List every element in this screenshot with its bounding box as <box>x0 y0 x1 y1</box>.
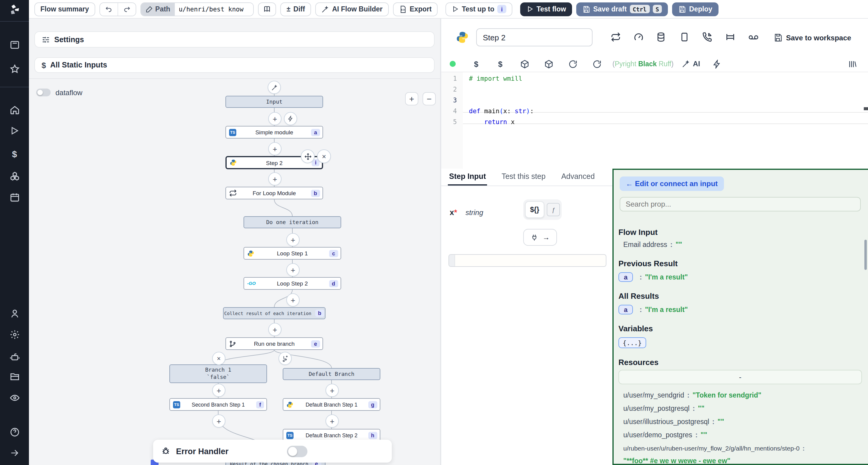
code-assistants-status[interactable]: (Pyright Black Ruff) <box>613 60 674 67</box>
resource-row[interactable]: u/user/my_sendgrid:"Token for sendgrid" <box>623 392 761 399</box>
error-handler-toggle[interactable] <box>287 446 307 457</box>
edit-path-button[interactable]: Path <box>141 3 175 15</box>
gauge-icon[interactable] <box>633 32 644 43</box>
flow-node-run-one-branch[interactable]: Run one branch e <box>225 337 323 350</box>
move-step-button[interactable] <box>301 150 315 163</box>
home-icon[interactable] <box>8 104 21 115</box>
remove-branch-button[interactable]: × <box>212 352 225 365</box>
reload-icon[interactable] <box>561 59 585 68</box>
audit-logs-eye-icon[interactable] <box>8 392 21 404</box>
resource-row[interactable]: u/user/my_postgresql:"" <box>623 405 704 412</box>
undo-button[interactable] <box>100 3 117 15</box>
flow-node-loop-step-1[interactable]: Loop Step 1 c <box>244 247 341 260</box>
workers-icon[interactable] <box>8 351 21 363</box>
add-step-button[interactable]: + <box>268 323 281 336</box>
variable-picker-icon[interactable]: $ <box>464 59 488 68</box>
tab-test-this-step[interactable]: Test this step <box>501 172 546 186</box>
test-up-to-button[interactable]: Test up to i <box>445 2 513 16</box>
flow-node-second-branch-step-1[interactable]: TS Second Branch Step 1 f <box>169 398 267 411</box>
arg-value-input[interactable] <box>448 254 607 267</box>
flow-summary-button[interactable]: Flow summary <box>34 2 95 16</box>
database-icon[interactable] <box>656 32 667 43</box>
add-step-button[interactable]: + <box>286 263 300 276</box>
variables-icon[interactable]: $ <box>8 147 21 160</box>
ai-assistant-button[interactable]: AI <box>677 60 705 68</box>
rerun-loop-icon[interactable] <box>611 32 621 43</box>
mobile-icon[interactable] <box>679 32 690 43</box>
flow-node-default-branch[interactable]: Default Branch <box>283 368 380 380</box>
trigger-bolt-button[interactable] <box>284 112 297 125</box>
runs-icon[interactable] <box>8 125 21 137</box>
library-icon[interactable] <box>840 59 864 68</box>
apps-icon[interactable] <box>8 38 21 51</box>
tab-step-input[interactable]: Step Input <box>449 172 486 186</box>
resources-filter-input[interactable]: - <box>618 370 862 384</box>
flow-node-collect-result[interactable]: Collect result of each iteration b <box>223 307 326 319</box>
resource-row[interactable]: u/user/illustrious_postgresql:"" <box>623 418 724 425</box>
reload-icon[interactable] <box>585 59 609 68</box>
prop-row-previous-result[interactable]: a:"I'm a result" <box>618 272 688 282</box>
editor-scrollbar[interactable] <box>864 107 868 110</box>
step-a-pill[interactable]: a <box>618 305 633 314</box>
add-step-button[interactable]: + <box>286 233 300 246</box>
add-step-button[interactable]: + <box>326 414 339 428</box>
connect-input-button[interactable]: → <box>523 229 557 246</box>
delete-step-button[interactable]: × <box>317 150 331 163</box>
search-prop-input[interactable] <box>620 197 861 211</box>
phone-icon[interactable] <box>702 32 713 43</box>
expand-arrow-icon[interactable] <box>8 447 21 459</box>
flow-node-loop-step-2[interactable]: -GO Loop Step 2 d <box>244 277 341 290</box>
add-branch-button[interactable] <box>278 352 292 365</box>
add-step-button[interactable]: + <box>268 142 281 156</box>
panel-scrollbar[interactable] <box>864 240 867 270</box>
code-editor[interactable]: 1 2 3 4 5 # import wmill def main(x: str… <box>441 72 868 169</box>
template-mode-button[interactable]: ${} <box>525 201 544 218</box>
resource-picker-icon[interactable]: $ <box>488 59 513 68</box>
ai-flow-builder-button[interactable]: AI Flow Builder <box>315 2 389 16</box>
package-icon[interactable] <box>513 59 536 68</box>
function-mode-button[interactable]: ƒ <box>547 203 560 216</box>
flow-node-input[interactable]: Input <box>225 96 323 108</box>
resource-row[interactable]: u/ruben-user/u/ruben-user/my_flow_2/g/al… <box>623 444 808 452</box>
flow-node-do-one-iteration[interactable]: Do one iteration <box>244 216 341 228</box>
test-flow-button[interactable]: Test flow <box>520 2 572 16</box>
frame-icon[interactable] <box>725 32 736 43</box>
step-name-input[interactable] <box>476 28 592 46</box>
resource-row[interactable]: u/user/demo_postgres:"" <box>623 431 707 438</box>
flow-node-for-loop[interactable]: For Loop Module b <box>225 187 323 199</box>
help-icon[interactable] <box>8 426 21 438</box>
resources-icon[interactable] <box>8 170 21 182</box>
save-to-workspace-button[interactable]: Save to workspace <box>773 33 851 42</box>
redo-button[interactable] <box>117 3 135 15</box>
deploy-button[interactable]: Deploy <box>673 2 718 16</box>
ai-wand-button[interactable] <box>268 81 281 94</box>
schedules-icon[interactable] <box>8 191 21 203</box>
add-step-button[interactable]: + <box>212 414 225 428</box>
error-handler-bar[interactable]: Error Handler <box>153 440 392 463</box>
settings-gear-icon[interactable] <box>8 328 21 340</box>
path-input[interactable] <box>175 3 253 15</box>
flow-node-branch-1[interactable]: Branch 1 `false` <box>169 364 267 383</box>
flow-node-default-branch-step-1[interactable]: Default Branch Step 1 g <box>283 398 380 411</box>
voicemail-icon[interactable] <box>748 32 759 43</box>
add-step-button[interactable]: + <box>326 384 339 397</box>
add-step-button[interactable]: + <box>286 293 300 307</box>
add-step-button[interactable]: + <box>268 112 281 125</box>
variables-expand-button[interactable]: {...} <box>618 337 646 348</box>
add-step-button[interactable]: + <box>268 172 281 186</box>
save-draft-button[interactable]: Save draft Ctrl S <box>576 2 668 16</box>
flow-node-simple-module[interactable]: TS Simple module a <box>225 126 323 138</box>
export-button[interactable]: Export <box>393 2 438 16</box>
docs-book-button[interactable] <box>258 2 276 16</box>
edit-or-connect-button[interactable]: ← Edit or connect an input <box>620 176 724 191</box>
folders-icon[interactable] <box>8 370 21 383</box>
prop-row-email[interactable]: Email address:"" <box>623 241 682 248</box>
windmill-logo-icon[interactable] <box>7 4 22 16</box>
prop-row-all-results[interactable]: a:"I'm a result" <box>618 305 688 314</box>
favorites-icon[interactable] <box>8 63 21 75</box>
add-step-button[interactable]: + <box>212 384 225 397</box>
diff-button[interactable]: ±Diff <box>281 2 311 16</box>
package-icon[interactable] <box>536 59 561 68</box>
user-icon[interactable] <box>8 307 21 319</box>
step-a-pill[interactable]: a <box>618 272 633 282</box>
